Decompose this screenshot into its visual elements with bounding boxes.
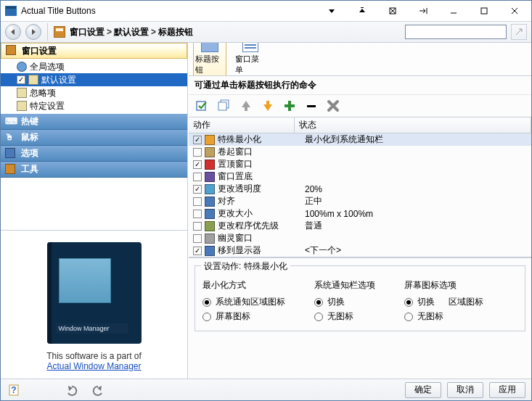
tree-item-label: 全局选项	[30, 61, 65, 73]
svg-rect-2	[361, 7, 364, 8]
check-all-button[interactable]	[195, 98, 210, 114]
row-status: 20%	[305, 184, 531, 194]
row-checkbox[interactable]: ✓	[193, 160, 202, 169]
list-row[interactable]: ✓特殊最小化最小化到系统通知栏	[189, 133, 531, 146]
cancel-button[interactable]: 取消	[447, 382, 483, 398]
row-action: 置顶窗口	[218, 158, 305, 170]
list-row[interactable]: ✓置顶窗口	[189, 158, 531, 170]
radio-screen-none[interactable]: 无图标	[404, 310, 483, 323]
delete-button[interactable]	[325, 98, 341, 114]
list-row[interactable]: 卷起窗口	[189, 146, 531, 158]
column-action[interactable]: 动作	[189, 117, 295, 133]
row-checkbox[interactable]	[193, 173, 202, 181]
sidebar-section-hotkeys[interactable]: ⌨ 热键	[1, 114, 187, 130]
remove-button[interactable]	[303, 98, 319, 114]
row-icon	[205, 197, 215, 207]
add-button[interactable]	[282, 98, 298, 114]
row-checkbox[interactable]	[193, 234, 202, 243]
titlebar-custom-2[interactable]	[347, 1, 377, 21]
content: 标题按钮 窗口菜单 可通过单击标题按钮执行的命令 动作 状态 ✓特殊最小化最小化…	[188, 43, 531, 379]
breadcrumb-part-0[interactable]: 窗口设置	[70, 26, 105, 38]
tree-item-default[interactable]: ✓ 默认设置	[1, 73, 187, 86]
row-checkbox[interactable]	[193, 222, 202, 231]
promo-image	[47, 242, 142, 344]
list-row[interactable]: 更改大小100%m x 100%m	[189, 207, 531, 220]
list-row[interactable]: 更改程序优先级普通	[189, 220, 531, 232]
sidebar-section-window-settings[interactable]: 窗口设置	[1, 43, 187, 59]
radio-tray-toggle[interactable]: 切换	[314, 296, 375, 308]
radio-screen-toggle[interactable]: 切换 区域图标	[404, 296, 483, 308]
row-checkbox[interactable]: ✓	[193, 247, 202, 255]
group-minimize-method: 最小化方式 系统通知区域图标 屏幕图标	[202, 279, 285, 325]
titlebar-custom-1[interactable]	[316, 1, 347, 21]
tree-item-label: 忽略项	[30, 87, 56, 99]
row-action: 更改大小	[218, 207, 305, 220]
toolbar: 窗口设置> 默认设置> 标题按钮	[1, 21, 531, 43]
row-icon	[205, 246, 215, 256]
ok-button[interactable]: 确定	[405, 382, 441, 398]
tools-icon	[5, 164, 17, 175]
list-row[interactable]: ✓更改透明度20%	[189, 183, 531, 195]
list-row[interactable]: 幽灵窗口	[189, 232, 531, 244]
list-row[interactable]: 窗口置底	[189, 170, 531, 183]
tree-item-ignore[interactable]: 忽略项	[1, 86, 187, 99]
group-title: 屏幕图标选项	[404, 279, 483, 292]
row-action: 特殊最小化	[218, 133, 305, 146]
maximize-button[interactable]	[469, 1, 499, 21]
search-go-button[interactable]	[511, 24, 527, 40]
radio-tray-none[interactable]: 无图标	[314, 310, 375, 323]
search-input[interactable]	[405, 25, 507, 39]
radio-screen-icon[interactable]: 屏幕图标	[202, 310, 285, 323]
minimize-button[interactable]	[438, 1, 469, 21]
svg-marker-12	[32, 29, 36, 35]
titlebar-custom-3[interactable]	[377, 1, 408, 21]
row-checkbox[interactable]: ✓	[193, 185, 202, 194]
list-row[interactable]: 对齐正中	[189, 195, 531, 207]
svg-rect-19	[266, 101, 269, 104]
row-icon	[205, 233, 215, 244]
redo-button[interactable]	[88, 382, 105, 398]
tab-title-buttons[interactable]: 标题按钮	[193, 43, 226, 75]
breadcrumb-part-1[interactable]: 默认设置	[114, 26, 149, 38]
sidebar-section-label: 鼠标	[21, 131, 38, 144]
row-checkbox[interactable]	[193, 210, 202, 218]
group-title: 最小化方式	[202, 279, 285, 292]
group-screen-icon-options: 屏幕图标选项 切换 区域图标 无图标	[404, 279, 483, 325]
row-icon	[205, 172, 215, 182]
promo-link[interactable]: Actual Window Manager	[46, 361, 141, 371]
sidebar-section-mouse[interactable]: 🖱 鼠标	[1, 130, 187, 146]
uncheck-all-button[interactable]	[216, 98, 232, 114]
tree-item-global[interactable]: 全局选项	[1, 60, 187, 73]
svg-marker-16	[242, 101, 250, 107]
close-button[interactable]	[499, 1, 530, 21]
row-action: 更改透明度	[218, 183, 305, 195]
row-checkbox[interactable]	[193, 197, 202, 206]
tab-window-menu[interactable]: 窗口菜单	[234, 43, 267, 75]
radio-tray-icon[interactable]: 系统通知区域图标	[202, 296, 285, 308]
nav-forward-button[interactable]	[25, 24, 41, 40]
column-status[interactable]: 状态	[295, 117, 531, 133]
sidebar-section-tools[interactable]: 工具	[1, 162, 187, 178]
undo-button[interactable]	[65, 382, 82, 398]
tree-item-specific[interactable]: 特定设置	[1, 99, 187, 112]
apply-button[interactable]: 应用	[489, 382, 525, 398]
breadcrumb-part-2[interactable]: 标题按钮	[158, 26, 193, 38]
titlebar-custom-4[interactable]	[408, 1, 438, 21]
window-icon	[28, 75, 38, 85]
list-row[interactable]: ✓移到显示器<下一个>	[189, 244, 531, 257]
row-checkbox[interactable]: ✓	[193, 136, 202, 144]
nav-back-button[interactable]	[5, 24, 21, 40]
move-up-button[interactable]	[238, 98, 254, 114]
sidebar-section-options[interactable]: 选项	[1, 146, 187, 162]
title-buttons-icon	[201, 43, 218, 52]
options-icon	[5, 148, 17, 160]
help-button[interactable]: ?	[7, 382, 24, 398]
app-icon	[5, 6, 17, 16]
tree-checkbox[interactable]: ✓	[17, 75, 25, 84]
group-tray-options: 系统通知栏选项 切换 无图标	[314, 279, 375, 325]
breadcrumb[interactable]: 窗口设置> 默认设置> 标题按钮	[70, 26, 193, 38]
row-icon	[205, 184, 215, 194]
window-settings-icon	[6, 45, 17, 57]
row-checkbox[interactable]	[193, 148, 202, 157]
move-down-button[interactable]	[260, 98, 276, 114]
